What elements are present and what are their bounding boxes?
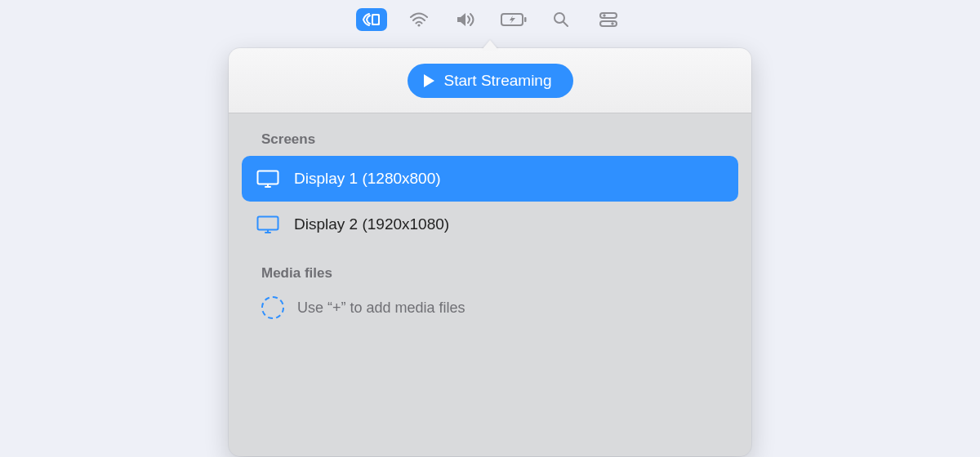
control-center-icon <box>599 12 617 27</box>
svg-point-2 <box>417 24 420 26</box>
popover-caret <box>482 40 498 50</box>
screen-item-label: Display 1 (1280x800) <box>294 170 441 188</box>
menubar-volume[interactable] <box>451 8 482 31</box>
menubar-wifi[interactable] <box>403 8 434 31</box>
popover-header: Start Streaming <box>229 48 751 113</box>
media-placeholder-text: Use “+” to add media files <box>297 299 466 317</box>
menubar-control-center[interactable] <box>593 8 624 31</box>
streaming-popover: Start Streaming Screens Display 1 (1280x… <box>229 38 751 456</box>
svg-line-6 <box>564 22 568 26</box>
svg-rect-9 <box>600 21 617 26</box>
streaming-icon <box>361 11 382 28</box>
svg-rect-4 <box>524 17 527 22</box>
svg-rect-11 <box>258 171 278 184</box>
svg-point-10 <box>611 22 613 24</box>
media-section-label: Media files <box>229 247 751 290</box>
menubar-streaming[interactable] <box>356 8 387 31</box>
monitor-icon <box>256 215 279 233</box>
media-files-empty: Use “+” to add media files <box>229 290 751 326</box>
screens-section-label: Screens <box>229 113 751 156</box>
start-streaming-label: Start Streaming <box>444 72 552 90</box>
svg-rect-1 <box>373 16 378 24</box>
popover-body: Start Streaming Screens Display 1 (1280x… <box>229 48 751 456</box>
menubar-battery[interactable] <box>498 8 529 31</box>
svg-point-5 <box>555 13 564 23</box>
wifi-icon <box>409 12 429 27</box>
menubar-search[interactable] <box>546 8 577 31</box>
screen-item-display-1[interactable]: Display 1 (1280x800) <box>242 156 738 202</box>
start-streaming-button[interactable]: Start Streaming <box>408 64 573 98</box>
play-icon <box>424 74 434 87</box>
menubar <box>0 8 980 31</box>
screen-item-display-2[interactable]: Display 2 (1920x1080) <box>242 202 738 247</box>
screens-list: Display 1 (1280x800) Display 2 (1920x108… <box>229 156 751 247</box>
svg-rect-7 <box>600 13 617 18</box>
add-media-placeholder-icon[interactable] <box>261 296 284 319</box>
screen-item-label: Display 2 (1920x1080) <box>294 215 449 233</box>
search-icon <box>553 11 569 28</box>
volume-icon <box>456 12 477 27</box>
battery-charging-icon <box>501 13 527 26</box>
svg-rect-14 <box>258 217 278 230</box>
svg-point-8 <box>603 14 605 16</box>
monitor-icon <box>256 170 279 188</box>
